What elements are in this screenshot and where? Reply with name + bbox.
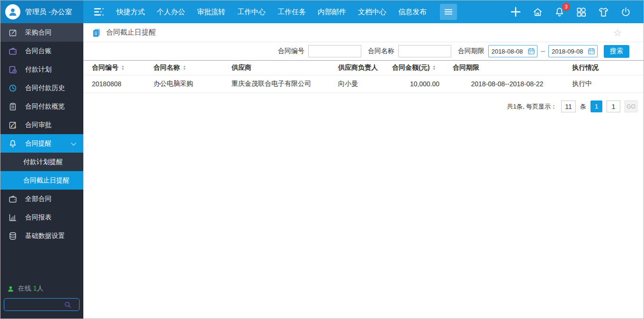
- nav-item-work-center[interactable]: 工作中心: [237, 8, 266, 17]
- sidebar-item-label: 付款计划提醒: [23, 158, 63, 166]
- sidebar-search: [4, 298, 80, 311]
- cell-period: 2018-08-08--2018-08-22: [453, 75, 562, 93]
- online-status: 在线 1人: [7, 284, 44, 293]
- cell-contract-no: 20180808: [83, 75, 153, 93]
- wallet-icon: [9, 195, 19, 203]
- cell-supplier-contact: 向小曼: [338, 75, 392, 93]
- search-button[interactable]: 搜索: [604, 45, 629, 58]
- sidebar-item-contract-ledger[interactable]: 合同台账: [0, 42, 83, 60]
- main-content: 合同截止日提醒 ☆ 合同编号 合同名称 合同期限 -- 搜索: [83, 23, 644, 319]
- page-number-button[interactable]: 1: [590, 100, 602, 112]
- nav-item-document-center[interactable]: 文档中心: [358, 8, 386, 17]
- col-status: 执行情况: [562, 61, 644, 75]
- online-person-icon: [7, 285, 14, 292]
- col-supplier: 供应商: [232, 61, 338, 75]
- nav-item-approval-flow[interactable]: 审批流转: [197, 8, 225, 17]
- go-button[interactable]: GO: [625, 100, 637, 112]
- col-contract-name[interactable]: 合同名称▲▼: [153, 61, 232, 75]
- sidebar-item-contract-reminder[interactable]: 合同提醒: [0, 134, 83, 153]
- nav-item-internal-mail[interactable]: 内部邮件: [318, 8, 346, 17]
- bell-icon[interactable]: 3: [554, 7, 565, 18]
- sort-icon[interactable]: ▲▼: [183, 65, 186, 71]
- date-range-separator: --: [541, 47, 545, 55]
- sidebar: 采购合同 合同台账 付款计划 合同付款历史 合同付款概览 合同审批 合同提醒: [0, 23, 83, 319]
- table-row[interactable]: 20180808 办公电脑采购 重庆金茂联合电子有限公司 向小曼 10,000.…: [83, 75, 644, 93]
- page-title-icon: [92, 28, 101, 37]
- col-period: 合同期限: [453, 61, 562, 75]
- nav-item-info-publish[interactable]: 信息发布: [398, 8, 427, 17]
- sidebar-item-payment-plan[interactable]: 付款计划: [0, 60, 83, 79]
- chevron-down-icon: [71, 140, 76, 145]
- sidebar-item-label: 合同截止日提醒: [23, 176, 70, 185]
- user-block[interactable]: 管理员 -办公室: [0, 0, 83, 23]
- clipboard-icon: [9, 102, 19, 111]
- contract-no-label: 合同编号: [278, 47, 304, 55]
- page-size-input[interactable]: [561, 100, 576, 112]
- collapse-menu-icon[interactable]: [93, 6, 105, 18]
- col-amount[interactable]: 合同金额(元)▲▼: [392, 61, 453, 75]
- sort-icon[interactable]: ▲▼: [432, 65, 436, 71]
- online-unit: 人: [37, 284, 44, 292]
- pagination: 共1条, 每页显示： 条 1 GO: [83, 100, 644, 112]
- filter-bar: 合同编号 合同名称 合同期限 -- 搜索: [83, 42, 644, 60]
- sidebar-item-contract-reports[interactable]: 合同报表: [0, 208, 83, 227]
- sidebar-item-all-contracts[interactable]: 全部合同: [0, 190, 83, 208]
- app-window: 管理员 -办公室 快捷方式 个人办公 审批流转 工作中心 工作任务 内部邮件 文…: [0, 0, 644, 319]
- top-actions: 3: [510, 6, 631, 18]
- sidebar-item-label: 合同审批: [25, 121, 52, 129]
- date-to-input[interactable]: [552, 48, 588, 55]
- sidebar-item-label: 合同提醒: [25, 139, 52, 148]
- sidebar-item-purchase-contract[interactable]: 采购合同: [0, 23, 83, 42]
- sidebar-item-label: 采购合同: [25, 28, 52, 37]
- sort-icon[interactable]: ▲▼: [121, 65, 125, 71]
- calendar-icon[interactable]: [528, 47, 535, 55]
- contract-name-input[interactable]: [398, 45, 451, 57]
- sidebar-subitem-payment-plan-reminder[interactable]: 付款计划提醒: [0, 153, 83, 171]
- calendar-icon[interactable]: [588, 47, 595, 55]
- search-icon[interactable]: [64, 301, 72, 310]
- database-icon: [9, 232, 19, 240]
- page-size-unit: 条: [580, 102, 586, 111]
- sidebar-subitem-contract-deadline-reminder[interactable]: 合同截止日提醒: [0, 171, 83, 190]
- bell-icon: [9, 139, 19, 148]
- date-from-input[interactable]: [492, 48, 528, 55]
- breadcrumb: 合同截止日提醒 ☆: [83, 23, 644, 42]
- sidebar-item-label: 合同报表: [25, 213, 52, 222]
- pagination-summary: 共1条, 每页显示：: [507, 102, 557, 111]
- cell-contract-name: 办公电脑采购: [153, 75, 232, 93]
- cell-amount: 10,000.00: [392, 75, 453, 93]
- power-icon[interactable]: [620, 7, 631, 18]
- cell-supplier: 重庆金茂联合电子有限公司: [232, 75, 338, 93]
- nav-item-shortcuts[interactable]: 快捷方式: [116, 8, 145, 17]
- avatar: [5, 4, 20, 19]
- goto-page-input[interactable]: [607, 100, 620, 112]
- sidebar-item-label: 合同付款历史: [25, 84, 65, 92]
- home-icon[interactable]: [532, 7, 543, 18]
- plus-icon[interactable]: [510, 6, 521, 18]
- clock-icon: [9, 84, 19, 92]
- apps-grid-icon[interactable]: [576, 7, 587, 18]
- favorite-star-icon[interactable]: ☆: [613, 28, 622, 37]
- hamburger-icon[interactable]: [440, 4, 457, 20]
- date-from-field[interactable]: [488, 45, 537, 57]
- chart-icon: [9, 213, 19, 222]
- sidebar-item-label: 付款计划: [25, 65, 52, 74]
- top-navigation: 快捷方式 个人办公 审批流转 工作中心 工作任务 内部邮件 文档中心 信息发布: [116, 8, 427, 17]
- sidebar-item-base-data-settings[interactable]: 基础数据设置: [0, 227, 83, 245]
- sidebar-item-payment-overview[interactable]: 合同付款概览: [0, 97, 83, 116]
- nav-item-personal-office[interactable]: 个人办公: [157, 8, 185, 17]
- contract-no-input[interactable]: [308, 45, 361, 57]
- date-to-field[interactable]: [548, 45, 598, 57]
- table-header-row: 合同编号▲▼ 合同名称▲▼ 供应商 供应商负责人 合同金额(元)▲▼ 合同期限 …: [83, 61, 644, 75]
- online-label: 在线: [18, 284, 31, 292]
- sidebar-item-contract-approval[interactable]: 合同审批: [0, 116, 83, 134]
- page-title: 合同截止日提醒: [106, 28, 156, 37]
- payment-plan-icon: [9, 65, 19, 74]
- nav-item-work-tasks[interactable]: 工作任务: [277, 8, 306, 17]
- contract-name-label: 合同名称: [368, 47, 394, 55]
- col-contract-no[interactable]: 合同编号▲▼: [83, 61, 153, 75]
- shirt-icon[interactable]: [598, 6, 609, 18]
- sidebar-item-payment-history[interactable]: 合同付款历史: [0, 79, 83, 97]
- sidebar-item-label: 基础数据设置: [25, 232, 65, 240]
- wallet-icon: [9, 47, 19, 55]
